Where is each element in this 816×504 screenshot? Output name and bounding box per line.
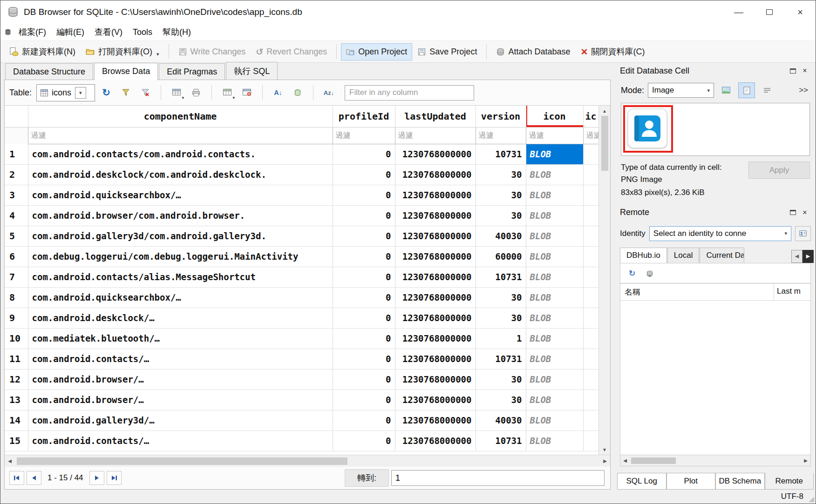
remote-column-last-modified[interactable]: Last m bbox=[774, 284, 810, 300]
overflow-cell[interactable] bbox=[583, 246, 598, 267]
lastUpdated-cell[interactable]: 1230768000000 bbox=[395, 430, 476, 451]
table-row[interactable]: 5 com.android.gallery3d/com.android.gall… bbox=[5, 226, 598, 246]
row-number-cell[interactable]: 12 bbox=[5, 369, 28, 390]
scroll-left-icon[interactable]: ◀ bbox=[620, 456, 630, 466]
overflow-cell[interactable] bbox=[583, 205, 598, 226]
version-cell[interactable]: 10731 bbox=[476, 267, 526, 287]
row-number-cell[interactable]: 2 bbox=[5, 164, 28, 185]
componentName-cell[interactable]: com.android.gallery3d/… bbox=[28, 410, 333, 430]
filter-any-column-input[interactable] bbox=[345, 85, 474, 101]
row-number-cell[interactable]: 5 bbox=[5, 226, 28, 246]
tab-edit-pragmas[interactable]: Edit Pragmas bbox=[159, 63, 225, 80]
mode-dropdown[interactable]: Image ▾ bbox=[648, 83, 714, 98]
table-row[interactable]: 9 com.android.deskclock/… 0 123076800000… bbox=[5, 308, 598, 328]
menu-edit[interactable]: 編輯(E) bbox=[51, 25, 89, 40]
version-cell[interactable]: 10731 bbox=[476, 144, 526, 164]
row-number-cell[interactable]: 8 bbox=[5, 287, 28, 308]
tab-browse-data[interactable]: Browse Data bbox=[94, 63, 158, 80]
profileId-cell[interactable]: 0 bbox=[333, 164, 395, 185]
lastUpdated-cell[interactable]: 1230768000000 bbox=[395, 369, 476, 390]
open-project-button[interactable]: Open Project bbox=[341, 43, 412, 60]
overflow-cell[interactable] bbox=[583, 164, 598, 185]
table-selector[interactable]: icons ▾ bbox=[36, 84, 95, 101]
icon-blob-cell[interactable]: BLOB bbox=[526, 390, 583, 410]
componentName-cell[interactable]: com.android.contacts/com.android.contact… bbox=[28, 144, 333, 164]
table-row[interactable]: 2 com.android.deskclock/com.android.desk… bbox=[5, 164, 598, 185]
scroll-left-icon[interactable]: ◀ bbox=[5, 456, 15, 466]
remote-tab-dbhub[interactable]: DBHub.io bbox=[620, 248, 667, 263]
filter-input-version[interactable]: 過濾 bbox=[476, 127, 526, 144]
row-number-cell[interactable]: 11 bbox=[5, 349, 28, 369]
table-row[interactable]: 13 com.android.browser/… 0 1230768000000… bbox=[5, 390, 598, 410]
close-button[interactable]: × bbox=[785, 0, 816, 24]
icon-blob-cell[interactable]: BLOB bbox=[526, 246, 583, 267]
overflow-cell[interactable] bbox=[583, 349, 598, 369]
icon-blob-cell[interactable]: BLOB bbox=[526, 328, 583, 349]
horizontal-scrollbar-thumb[interactable] bbox=[17, 457, 347, 465]
goto-record-input[interactable] bbox=[391, 470, 605, 486]
icon-blob-cell[interactable]: BLOB bbox=[526, 164, 583, 185]
icon-blob-cell[interactable]: BLOB bbox=[526, 144, 583, 164]
apply-button[interactable]: Apply bbox=[748, 161, 810, 179]
dock-tab-plot[interactable]: Plot bbox=[666, 473, 716, 490]
remote-table-body[interactable] bbox=[620, 301, 810, 455]
close-panel-button[interactable]: × bbox=[799, 207, 811, 218]
dock-tab-sql-log[interactable]: SQL Log bbox=[617, 473, 666, 490]
overflow-cell[interactable] bbox=[583, 369, 598, 390]
componentName-cell[interactable]: com.android.quicksearchbox/… bbox=[28, 185, 333, 205]
save-project-button[interactable]: Save Project bbox=[412, 43, 482, 60]
profileId-cell[interactable]: 0 bbox=[333, 226, 395, 246]
column-header-lastUpdated[interactable]: lastUpdated bbox=[395, 106, 476, 127]
profileId-cell[interactable]: 0 bbox=[333, 369, 395, 390]
manage-identities-button[interactable] bbox=[795, 226, 811, 241]
column-header-partial[interactable]: ic bbox=[583, 106, 598, 127]
insert-record-button[interactable]: ▾ bbox=[219, 85, 236, 101]
version-cell[interactable]: 30 bbox=[476, 369, 526, 390]
lastUpdated-cell[interactable]: 1230768000000 bbox=[395, 205, 476, 226]
overflow-cell[interactable] bbox=[583, 287, 598, 308]
overflow-cell[interactable] bbox=[583, 144, 598, 164]
lastUpdated-cell[interactable]: 1230768000000 bbox=[395, 226, 476, 246]
filter-input-profileId[interactable]: 過濾 bbox=[333, 127, 395, 144]
first-record-button[interactable] bbox=[9, 471, 24, 485]
icon-blob-cell[interactable]: BLOB bbox=[526, 205, 583, 226]
remote-horizontal-scrollbar[interactable]: ◀ ▶ bbox=[620, 455, 811, 466]
profileId-cell[interactable]: 0 bbox=[333, 287, 395, 308]
profileId-cell[interactable]: 0 bbox=[333, 430, 395, 451]
table-row[interactable]: 15 com.android.contacts/… 0 123076800000… bbox=[5, 430, 598, 451]
row-number-cell[interactable]: 1 bbox=[5, 144, 28, 164]
encoding-indicator[interactable]: UTF-8 bbox=[781, 492, 803, 501]
new-database-button[interactable]: 新建資料庫(N) bbox=[4, 42, 81, 61]
vertical-scrollbar[interactable]: ▲ ▼ bbox=[598, 106, 610, 455]
lastUpdated-cell[interactable]: 1230768000000 bbox=[395, 267, 476, 287]
close-panel-button[interactable]: × bbox=[799, 65, 811, 76]
version-cell[interactable]: 30 bbox=[476, 390, 526, 410]
remote-column-name[interactable]: 名稱 bbox=[620, 284, 774, 300]
componentName-cell[interactable]: com.android.contacts/alias.MessageShortc… bbox=[28, 267, 333, 287]
column-header-version[interactable]: version bbox=[476, 106, 526, 127]
lastUpdated-cell[interactable]: 1230768000000 bbox=[395, 287, 476, 308]
remote-scrollbar-thumb[interactable] bbox=[631, 457, 676, 464]
tab-execute-sql[interactable]: 執行 SQL bbox=[226, 62, 278, 80]
filter-input-partial[interactable]: 過濾 bbox=[583, 127, 598, 144]
version-cell[interactable]: 30 bbox=[476, 287, 526, 308]
menu-help[interactable]: 幫助(H) bbox=[157, 25, 196, 40]
scroll-down-icon[interactable]: ▼ bbox=[599, 444, 610, 455]
lastUpdated-cell[interactable]: 1230768000000 bbox=[395, 410, 476, 430]
componentName-cell[interactable]: com.android.gallery3d/com.android.galler… bbox=[28, 226, 333, 246]
lastUpdated-cell[interactable]: 1230768000000 bbox=[395, 328, 476, 349]
lastUpdated-cell[interactable]: 1230768000000 bbox=[395, 308, 476, 328]
lastUpdated-cell[interactable]: 1230768000000 bbox=[395, 349, 476, 369]
icon-blob-cell[interactable]: BLOB bbox=[526, 410, 583, 430]
profileId-cell[interactable]: 0 bbox=[333, 246, 395, 267]
overflow-cell[interactable] bbox=[583, 328, 598, 349]
maximize-button[interactable] bbox=[754, 0, 785, 24]
componentName-cell[interactable]: com.android.browser/com.android.browser. bbox=[28, 205, 333, 226]
lastUpdated-cell[interactable]: 1230768000000 bbox=[395, 390, 476, 410]
remote-refresh-button[interactable]: ↻ bbox=[625, 267, 639, 280]
icon-blob-cell[interactable]: BLOB bbox=[526, 185, 583, 205]
table-row[interactable]: 10 com.mediatek.bluetooth/… 0 1230768000… bbox=[5, 328, 598, 349]
float-panel-button[interactable] bbox=[787, 207, 799, 218]
print-button[interactable] bbox=[188, 85, 204, 101]
column-header-icon[interactable]: icon bbox=[526, 106, 583, 127]
